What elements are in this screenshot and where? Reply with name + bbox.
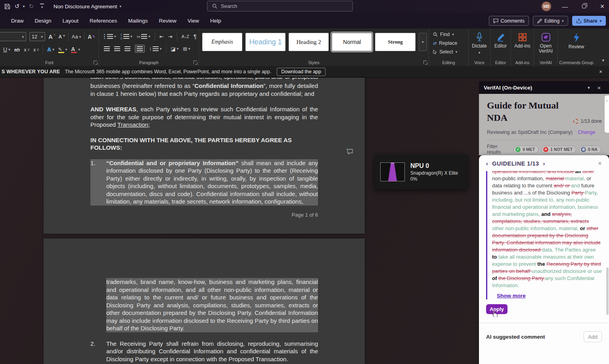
styles-dialog-launcher-icon[interactable] (423, 61, 427, 64)
tab-draw[interactable]: Draw (6, 13, 29, 29)
style-heading2[interactable]: Heading 2 (289, 33, 329, 51)
strikethrough-button[interactable]: ab (14, 47, 20, 53)
comment-icon (493, 19, 498, 23)
shading-button[interactable]: ◪▾ (171, 46, 179, 52)
undo-dropdown-icon[interactable]: ▾ (21, 0, 26, 13)
collapse-ribbon-icon[interactable]: ▾ (602, 58, 604, 63)
highlight-color-button[interactable]: ✎▾ (58, 46, 67, 53)
selected-text: trademarks, brand name, know-how, busine… (106, 278, 318, 332)
align-left-button[interactable] (104, 46, 110, 51)
share-button[interactable]: Share ▾ (572, 16, 606, 26)
save-icon[interactable] (2, 0, 12, 13)
minimize-button[interactable]: — (558, 0, 572, 13)
restore-icon (582, 4, 586, 8)
align-right-button[interactable] (124, 46, 130, 51)
guideline-prev-icon[interactable]: ‹ (486, 160, 488, 167)
lightning-icon (573, 32, 580, 43)
add-comment-button[interactable]: Add (584, 331, 602, 342)
style-heading1[interactable]: Heading 1 (245, 33, 285, 51)
borders-button[interactable]: ⊞▾ (183, 46, 190, 52)
review-command-button[interactable]: Review (558, 29, 595, 59)
filter-pill-not-met[interactable]: ×1 NOT MET (541, 146, 576, 153)
shrink-font-button[interactable]: A▾ (59, 34, 65, 40)
npu-usage-graph (380, 162, 405, 181)
search-input[interactable]: Search (207, 1, 353, 11)
clipped-line: each other's business, assets, financial… (90, 78, 318, 81)
text-effects-button[interactable]: A▾ (47, 46, 54, 53)
chevron-down-icon: ▾ (562, 19, 564, 23)
guideline-close-icon[interactable]: × (598, 160, 602, 167)
panel-collapse-icon[interactable]: ▾ (584, 85, 594, 90)
redo-button[interactable]: ↻ (27, 0, 36, 13)
font-dialog-launcher-icon[interactable] (94, 61, 97, 64)
dictate-button[interactable]: Dictate ▾ (469, 29, 490, 59)
align-center-button[interactable] (114, 46, 120, 51)
open-verifai-button[interactable]: Open VerifAI (534, 29, 557, 59)
npu-spike (388, 162, 397, 181)
style-normal[interactable]: Normal (332, 33, 372, 51)
change-link[interactable]: Change (578, 130, 596, 135)
superscript-button[interactable]: x2 (33, 47, 39, 53)
multilevel-list-button[interactable]: 1a▾ (137, 34, 150, 39)
document-page-1[interactable]: each other's business, assets, financial… (44, 78, 365, 234)
filter-pill-na[interactable]: ⊘0 NA (579, 146, 601, 153)
tab-mailings[interactable]: Mailings (123, 13, 153, 29)
justify-button[interactable] (135, 45, 145, 53)
ribbon-tabs-row: Draw Design Layout References Mailings R… (0, 13, 609, 29)
banner-close-icon[interactable]: × (596, 69, 606, 75)
sort-button[interactable]: A↓Z (182, 34, 190, 39)
replace-button[interactable]: Replace (439, 40, 457, 46)
agreement-heading: IN CONNECTION WITH THE ABOVE, THE PARTIE… (90, 136, 318, 152)
select-button[interactable]: Select (439, 49, 453, 55)
style-strong[interactable]: Strong (375, 33, 415, 51)
restore-button[interactable] (577, 0, 591, 13)
tab-review[interactable]: Review (153, 13, 182, 29)
increase-indent-button[interactable]: ⇥ (168, 34, 172, 40)
paragraph-dialog-launcher-icon[interactable] (193, 61, 197, 64)
tab-layout[interactable]: Layout (57, 13, 84, 29)
editing-mode-button[interactable]: Editing ▾ (533, 16, 568, 26)
download-app-button[interactable]: Download the app (277, 68, 326, 76)
quick-access-toolbar-icon[interactable]: ▾ (38, 0, 46, 13)
line-spacing-button[interactable]: ↕▾ (149, 46, 162, 51)
font-size-combo[interactable]: 12▾ (29, 32, 45, 41)
subscript-button[interactable]: x2 (24, 47, 29, 53)
undo-button[interactable]: ↺ (13, 0, 21, 13)
close-button[interactable]: × (596, 0, 609, 13)
comments-button[interactable]: Comments (489, 16, 529, 26)
numbered-list-button[interactable]: 12▾ (121, 33, 132, 40)
grow-font-button[interactable]: A^ (48, 33, 56, 40)
clear-formatting-button[interactable]: A✎ (88, 34, 96, 40)
panel-scrollbar-thumb[interactable] (606, 267, 609, 315)
document-title[interactable]: Non Disclosure Agreement ▾ (54, 0, 121, 13)
change-case-button[interactable]: Aa▾ (72, 34, 81, 40)
tab-view[interactable]: View (182, 13, 205, 29)
tab-help[interactable]: Help (205, 13, 227, 29)
cursor-hand-icon (492, 310, 498, 317)
pilcrow-button[interactable]: ¶ (193, 33, 197, 40)
styles-gallery-more-button[interactable]: ▾ (419, 33, 427, 51)
guideline-next-icon[interactable]: › (543, 160, 545, 167)
underline-button[interactable]: U▾ (3, 46, 10, 53)
avatar[interactable]: MB (542, 2, 551, 11)
font-color-button[interactable]: A▾ (71, 46, 80, 53)
decrease-indent-button[interactable]: ⇤ (159, 34, 164, 40)
style-emphasis[interactable]: Emphasis (202, 33, 242, 51)
find-button[interactable]: Find (440, 32, 450, 37)
tab-design[interactable]: Design (29, 13, 57, 29)
divider (479, 323, 609, 323)
filter-pill-met[interactable]: ✓0 MET (513, 146, 538, 153)
panel-close-icon[interactable]: × (594, 84, 604, 91)
add-comment-icon[interactable] (346, 148, 354, 155)
group-verifai: Open VerifAI VerifAI (534, 29, 558, 66)
panel-expand-handle[interactable]: ‹ (605, 95, 609, 133)
editor-button[interactable]: Editor (490, 29, 511, 59)
addins-button[interactable]: Add-ins (511, 29, 534, 59)
ribbon-spacer: ▾ (595, 29, 609, 66)
tab-references[interactable]: References (84, 13, 123, 29)
font-name-combo[interactable]: ▾ (0, 32, 26, 41)
apply-button[interactable]: Apply (486, 304, 508, 314)
show-more-link[interactable]: Show more (497, 292, 526, 299)
document-page-2[interactable]: trademarks, brand name, know-how, busine… (44, 238, 365, 364)
bullet-list-button[interactable]: ▾ (104, 34, 116, 39)
